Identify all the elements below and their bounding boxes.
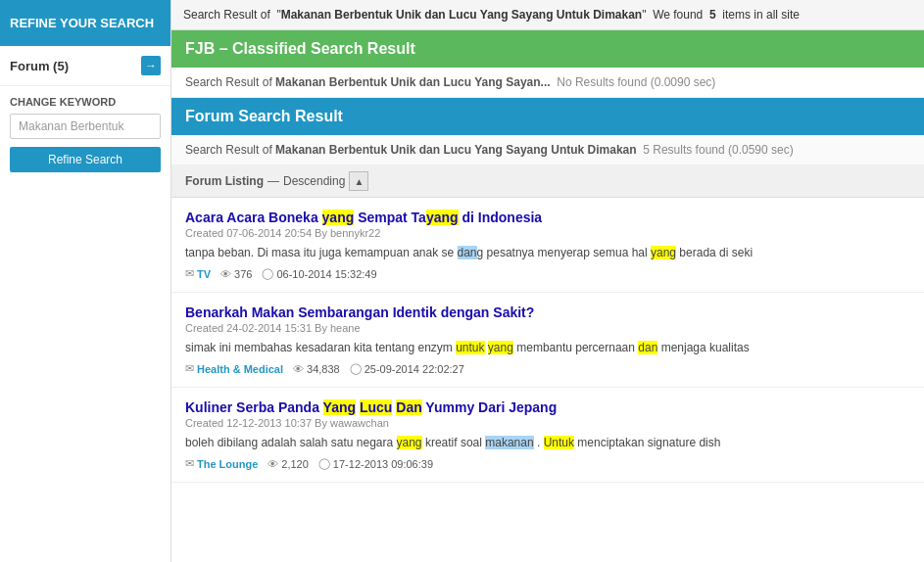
clock-icon: ◯ xyxy=(318,457,330,470)
result-date: 25-09-2014 22:02:27 xyxy=(365,363,464,375)
fjb-header: FJB – Classified Search Result xyxy=(171,30,924,68)
date-item: ◯ 06-10-2014 15:32:49 xyxy=(262,267,376,280)
results-container: Acara Acara Boneka yang Sempat Tayang di… xyxy=(171,198,924,483)
result-item: Benarkah Makan Sembarangan Identik denga… xyxy=(171,293,924,388)
sidebar: REFINE YOUR SEARCH Forum (5) → CHANGE KE… xyxy=(0,0,171,562)
forum-search-header: Forum Search Result xyxy=(171,98,924,135)
forum-search-keyword: Makanan Berbentuk Unik dan Lucu Yang Say… xyxy=(275,143,637,157)
topbar-prefix: Search Result of xyxy=(183,8,270,22)
result-meta: Created 24-02-2014 15:31 By heane xyxy=(185,322,910,334)
forum-filter-row[interactable]: Forum (5) → xyxy=(0,46,170,86)
listing-sort-value: Descending xyxy=(283,174,345,188)
result-item: Acara Acara Boneka yang Sempat Tayang di… xyxy=(171,198,924,293)
views-count: 376 xyxy=(234,268,252,280)
result-snippet: simak ini membahas kesadaran kita tentan… xyxy=(185,339,910,356)
tag-label[interactable]: The Lounge xyxy=(197,458,258,470)
fjb-keyword: Makanan Berbentuk Unik dan Lucu Yang Say… xyxy=(275,75,551,89)
tag-label[interactable]: TV xyxy=(197,268,211,280)
views-item: 👁 376 xyxy=(220,268,252,280)
forum-label: Forum (5) xyxy=(10,59,69,73)
result-meta: Created 12-12-2013 10:37 By wawawchan xyxy=(185,417,910,429)
forum-search-prefix: Search Result of xyxy=(185,143,272,157)
eye-icon: 👁 xyxy=(220,268,231,280)
fjb-sub: Search Result of Makanan Berbentuk Unik … xyxy=(171,68,924,98)
tag-item: ✉ TV xyxy=(185,267,211,280)
result-tags: ✉ The Lounge 👁 2,120 ◯ 17-12-2013 09:06:… xyxy=(185,457,910,470)
eye-icon: 👁 xyxy=(293,363,304,375)
tag-item: ✉ The Lounge xyxy=(185,457,258,470)
result-title[interactable]: Benarkah Makan Sembarangan Identik denga… xyxy=(185,304,910,320)
listing-label: Forum Listing xyxy=(185,174,264,188)
result-title[interactable]: Kuliner Serba Panda Yang Lucu Dan Yummy … xyxy=(185,399,910,415)
sort-arrow-icon[interactable]: ▲ xyxy=(349,171,368,191)
date-item: ◯ 17-12-2013 09:06:39 xyxy=(318,457,433,470)
topbar-middle: We found xyxy=(653,8,703,22)
fjb-no-results: No Results found (0.0090 sec) xyxy=(557,75,715,89)
main-content: Search Result of "Makanan Berbentuk Unik… xyxy=(171,0,924,562)
tag-icon: ✉ xyxy=(185,362,194,375)
keyword-input[interactable] xyxy=(10,114,161,139)
topbar-suffix: items in all site xyxy=(722,8,800,22)
views-count: 2,120 xyxy=(281,458,309,470)
result-snippet: boleh dibilang adalah salah satu negara … xyxy=(185,434,910,451)
sidebar-header: REFINE YOUR SEARCH xyxy=(0,0,170,46)
top-bar: Search Result of "Makanan Berbentuk Unik… xyxy=(171,0,924,30)
tag-item: ✉ Health & Medical xyxy=(185,362,283,375)
listing-sep: — xyxy=(267,174,279,188)
clock-icon: ◯ xyxy=(262,267,273,280)
result-meta: Created 07-06-2014 20:54 By bennykr22 xyxy=(185,227,910,239)
views-count: 34,838 xyxy=(307,363,340,375)
views-item: 👁 2,120 xyxy=(267,458,309,470)
forum-search-sub: Search Result of Makanan Berbentuk Unik … xyxy=(171,135,924,165)
result-tags: ✉ TV 👁 376 ◯ 06-10-2014 15:32:49 xyxy=(185,267,910,280)
date-item: ◯ 25-09-2014 22:02:27 xyxy=(350,362,464,375)
forum-arrow-icon[interactable]: → xyxy=(141,56,161,75)
refine-search-button[interactable]: Refine Search xyxy=(10,147,161,172)
forum-search-results: 5 Results found (0.0590 sec) xyxy=(643,143,793,157)
eye-icon: 👁 xyxy=(267,458,278,470)
topbar-count: 5 xyxy=(709,8,716,22)
page-container: REFINE YOUR SEARCH Forum (5) → CHANGE KE… xyxy=(0,0,924,562)
listing-bar: Forum Listing — Descending ▲ xyxy=(171,165,924,198)
result-tags: ✉ Health & Medical 👁 34,838 ◯ 25-09-2014… xyxy=(185,362,910,375)
fjb-prefix: Search Result of xyxy=(185,75,272,89)
result-date: 17-12-2013 09:06:39 xyxy=(333,458,433,470)
result-title[interactable]: Acara Acara Boneka yang Sempat Tayang di… xyxy=(185,210,910,225)
tag-icon: ✉ xyxy=(185,267,194,280)
clock-icon: ◯ xyxy=(350,362,362,375)
tag-label[interactable]: Health & Medical xyxy=(197,363,283,375)
result-date: 06-10-2014 15:32:49 xyxy=(276,268,376,280)
tag-icon: ✉ xyxy=(185,457,194,470)
result-item: Kuliner Serba Panda Yang Lucu Dan Yummy … xyxy=(171,388,924,483)
result-snippet: tanpa beban. Di masa itu juga kemampuan … xyxy=(185,244,910,261)
change-keyword-label: CHANGE KEYWORD xyxy=(0,86,170,114)
topbar-query: Makanan Berbentuk Unik dan Lucu Yang Say… xyxy=(281,8,643,22)
views-item: 👁 34,838 xyxy=(293,363,340,375)
